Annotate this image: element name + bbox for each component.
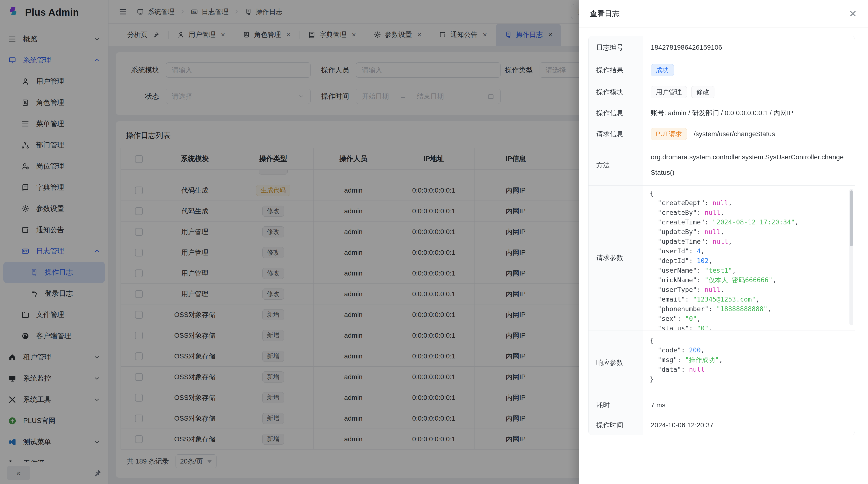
detail-label: 请求参数 bbox=[589, 186, 643, 330]
request-url: /system/user/changeStatus bbox=[694, 130, 775, 138]
detail-row-result: 操作结果 成功 bbox=[589, 59, 855, 81]
operation-time-value: 2024-10-06 12:20:37 bbox=[643, 415, 855, 435]
detail-label: 响应参数 bbox=[589, 330, 643, 395]
detail-label: 请求信息 bbox=[589, 123, 643, 145]
detail-label: 方法 bbox=[589, 145, 643, 185]
method-value: org.dromara.system.controller.system.Sys… bbox=[643, 145, 855, 185]
view-log-drawer: 查看日志 ✕ 日志编号 1842781986426159106 操作结果 成功 … bbox=[579, 0, 868, 484]
detail-label: 日志编号 bbox=[589, 36, 643, 59]
log-id-value: 1842781986426159106 bbox=[643, 36, 855, 59]
module-tag: 用户管理 bbox=[651, 86, 687, 98]
detail-label: 操作模块 bbox=[589, 81, 643, 103]
close-icon[interactable]: ✕ bbox=[849, 9, 857, 19]
log-detail-table: 日志编号 1842781986426159106 操作结果 成功 操作模块 用户… bbox=[588, 36, 855, 435]
response-params-code: { "code": 200, "msg": "操作成功", "data": nu… bbox=[643, 330, 855, 395]
detail-row-request-params: 请求参数 { "createDept": null, "createBy": n… bbox=[589, 185, 855, 330]
detail-label: 操作时间 bbox=[589, 415, 643, 435]
detail-label: 耗时 bbox=[589, 395, 643, 415]
drawer-header: 查看日志 ✕ bbox=[579, 0, 868, 28]
detail-label: 操作信息 bbox=[589, 103, 643, 123]
detail-row-cost: 耗时 7 ms bbox=[589, 395, 855, 415]
request-params-code: { "createDept": null, "createBy": null, … bbox=[643, 186, 855, 330]
indent-guide bbox=[652, 200, 652, 330]
code-scrollbar bbox=[849, 189, 853, 325]
drawer-body: 日志编号 1842781986426159106 操作结果 成功 操作模块 用户… bbox=[579, 28, 868, 435]
detail-row-request: 请求信息 PUT请求 /system/user/changeStatus bbox=[589, 123, 855, 145]
action-tag: 修改 bbox=[691, 86, 714, 98]
detail-label: 操作结果 bbox=[589, 59, 643, 81]
result-tag: 成功 bbox=[651, 64, 674, 76]
cost-value: 7 ms bbox=[643, 395, 855, 415]
detail-row-info: 操作信息 账号: admin / 研发部门 / 0:0:0:0:0:0:0:1 … bbox=[589, 103, 855, 123]
detail-row-op-time: 操作时间 2024-10-06 12:20:37 bbox=[589, 415, 855, 435]
detail-row-module: 操作模块 用户管理 修改 bbox=[589, 81, 855, 103]
indent-guide bbox=[652, 347, 652, 374]
drawer-title: 查看日志 bbox=[590, 9, 620, 19]
operation-info-value: 账号: admin / 研发部门 / 0:0:0:0:0:0:0:1 / 内网I… bbox=[643, 103, 855, 123]
detail-row-response-params: 响应参数 { "code": 200, "msg": "操作成功", "data… bbox=[589, 330, 855, 395]
request-method-tag: PUT请求 bbox=[651, 128, 687, 140]
scrollbar-thumb[interactable] bbox=[850, 190, 853, 246]
detail-row-method: 方法 org.dromara.system.controller.system.… bbox=[589, 145, 855, 185]
detail-row-id: 日志编号 1842781986426159106 bbox=[589, 36, 855, 59]
